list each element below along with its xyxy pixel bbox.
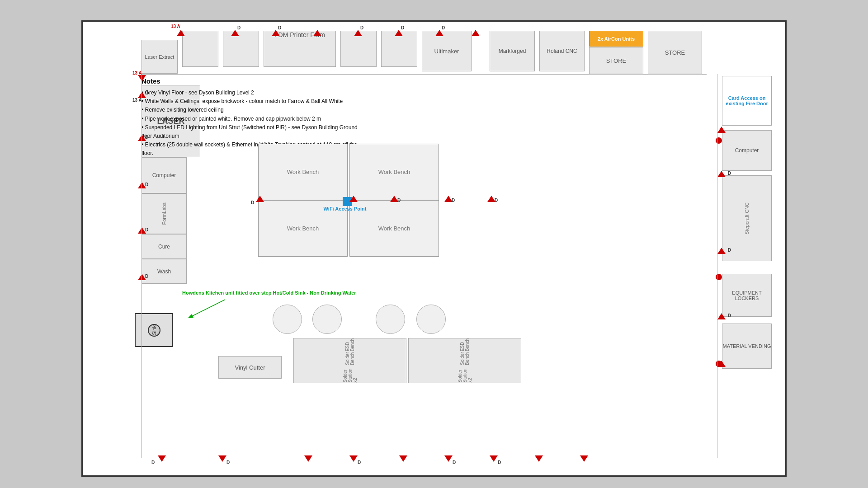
d-label-left-3: D	[145, 182, 148, 187]
wash-label: Wash	[157, 268, 171, 275]
d-label-1: D	[237, 25, 241, 30]
sensor-bottom-5	[399, 455, 407, 462]
roland-cnc-label: Roland CNC	[547, 48, 577, 54]
workbench-tr: Work Bench	[349, 144, 439, 200]
sensor-top-5	[354, 30, 362, 36]
d-label-b2: D	[226, 460, 230, 465]
d-label-left-2: D	[145, 135, 148, 140]
workbench-tl-label: Work Bench	[287, 169, 319, 175]
solder-station1-label: Solder Station x2	[343, 366, 358, 383]
material-vending-box: MATERIAL VENDING	[722, 324, 772, 369]
cure-label: Cure	[158, 244, 170, 250]
sensor-bottom-9	[580, 455, 588, 462]
laser-extract-box: Laser Extract	[142, 40, 178, 74]
howdens-arrow	[180, 295, 234, 322]
d-label-r1: D	[728, 171, 731, 176]
solder-station2-label: Solder Station x2	[458, 366, 472, 383]
formlabs-label: FormLabs	[161, 202, 167, 225]
sensor-top-3	[272, 30, 280, 36]
workbench-tl: Work Bench	[258, 144, 348, 200]
computer-right-label: Computer	[735, 147, 759, 154]
computer-right-box: Computer	[722, 130, 772, 171]
aircon-box: 2x AirCon Units	[589, 31, 643, 47]
d-label-left-4: D	[145, 227, 148, 232]
solder-bench2-label: Solder Bench	[460, 352, 470, 365]
wash-box: Wash	[142, 259, 187, 284]
store2-label: STORE	[665, 49, 685, 56]
ultimaker-label: Ultimaker	[434, 48, 459, 55]
solder-bench1-label: Solder Bench	[345, 352, 355, 365]
esd-solder-2: ESD Bench Solder Bench Solder Station x2	[408, 338, 521, 383]
d-label-b1: D	[151, 460, 155, 465]
top-partition	[142, 74, 707, 75]
d-label-c4: D	[495, 198, 498, 203]
vinyl-cutter-label: Vinyl Cutter	[235, 364, 265, 371]
note-4: • Pipe work exposed or painted white. Re…	[142, 115, 363, 123]
right-partition	[717, 74, 717, 458]
floorplan: FDM Printer Farm Ultimaker Markforged Ro…	[0, 0, 868, 488]
markforged-box: Markforged	[490, 31, 535, 71]
store1-box: STORE	[589, 47, 643, 74]
d-label-r3: D	[728, 313, 731, 318]
material-vending-label: MATERIAL VENDING	[723, 343, 771, 349]
d-label-left-5: D	[145, 274, 148, 279]
sensor-label-13a-2: 13 A	[132, 70, 142, 75]
fdm-box2	[223, 31, 259, 67]
computer-left-label: Computer	[152, 172, 176, 178]
notes-title: Notes	[142, 76, 363, 87]
floor-plan-canvas: FDM Printer Farm Ultimaker Markforged Ro…	[81, 20, 787, 477]
sensor-top-1	[177, 30, 185, 36]
circle-2	[312, 305, 342, 334]
sensor-right-4	[717, 313, 726, 319]
sink-box: Sink	[135, 313, 173, 347]
note-2: • White Walls & Ceilings, expose brickwo…	[142, 97, 363, 106]
roland-cnc-box: Roland CNC	[539, 31, 585, 71]
esd-bench2-label: ESD Bench	[460, 338, 470, 351]
sensor-bottom-1	[158, 455, 166, 462]
wifi-label: WiFi Access Point	[313, 206, 377, 211]
vinyl-cutter-box: Vinyl Cutter	[218, 356, 282, 379]
d-label-c3: D	[452, 198, 455, 203]
circle-3	[376, 305, 405, 334]
sensor-top-7	[435, 30, 443, 36]
stepcraft-label: Stepcraft CNC	[744, 202, 750, 235]
store2-box: STORE	[648, 31, 702, 74]
esd-bench1-label: ESD Bench	[345, 338, 355, 351]
left-partition	[142, 74, 142, 458]
d-label-c1: D	[251, 200, 254, 205]
sensor-bottom-6	[444, 455, 453, 462]
sensor-bottom-2	[218, 455, 226, 462]
sensor-right-2	[717, 171, 726, 177]
note-5: • Suspended LED Lighting from Uni Strut …	[142, 123, 363, 141]
card-access-box: Card Access on existing Fire Door	[722, 76, 772, 126]
sensor-bottom-4	[349, 455, 358, 462]
d-label-2: D	[278, 25, 281, 30]
sensor-label-13a-1: 13 A	[171, 24, 180, 29]
sensor-bottom-3	[304, 455, 312, 462]
sink-label: Sink	[151, 325, 157, 335]
d-label-c2: D	[397, 198, 401, 203]
laser-extract-label: Laser Extract	[145, 54, 175, 60]
sensor-top-8	[472, 30, 480, 36]
label-13a-left: 13 A	[132, 98, 142, 103]
d-label-left-1: D	[145, 90, 148, 95]
sensor-right-1	[717, 127, 726, 133]
fdm-box4	[381, 31, 417, 67]
aircon-label: 2x AirCon Units	[598, 36, 635, 42]
d-label-5: D	[442, 25, 445, 30]
sensor-top-6	[395, 30, 403, 36]
d-label-4: D	[401, 25, 404, 30]
sensor-top-4	[313, 30, 321, 36]
sensor-right-3	[717, 248, 726, 254]
equipment-lockers-label: EQUIPMENT LOCKERS	[722, 290, 771, 301]
cure-box: Cure	[142, 234, 187, 259]
d-label-b3: D	[358, 460, 361, 465]
card-access-label: Card Access on existing Fire Door	[724, 95, 769, 106]
sensor-bottom-7	[490, 455, 498, 462]
d-label-r2: D	[728, 248, 731, 253]
store1-label: STORE	[606, 57, 627, 64]
fdm-box3	[340, 31, 377, 67]
workbench-br-label: Work Bench	[378, 225, 410, 232]
ultimaker-box: Ultimaker	[422, 31, 472, 71]
sensor-bottom-8	[535, 455, 543, 462]
